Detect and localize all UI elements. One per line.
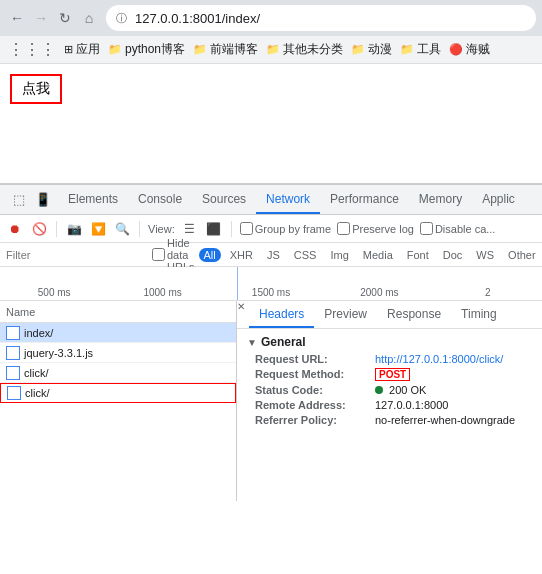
back-button[interactable]: ← <box>6 7 28 29</box>
bookmark-tools[interactable]: 📁 工具 <box>400 41 441 58</box>
filter-tab-img[interactable]: Img <box>325 248 353 262</box>
timeline: 500 ms 1000 ms 1500 ms 2000 ms 2 <box>0 267 542 301</box>
tab-console[interactable]: Console <box>128 186 192 214</box>
camera-button[interactable]: 📷 <box>65 220 83 238</box>
filter-tab-css[interactable]: CSS <box>289 248 322 262</box>
filter-tab-other[interactable]: Other <box>503 248 541 262</box>
filter-tab-media[interactable]: Media <box>358 248 398 262</box>
network-toolbar: ⏺ 🚫 📷 🔽 🔍 View: ☰ ⬛ Group by frame Prese… <box>0 215 542 243</box>
toolbar-sep-2 <box>139 221 140 237</box>
timeline-label-1000: 1000 ms <box>108 287 216 298</box>
list-view-button[interactable]: ☰ <box>181 220 199 238</box>
tab-performance[interactable]: Performance <box>320 186 409 214</box>
reload-button[interactable]: ↻ <box>54 7 76 29</box>
bookmark-frontend[interactable]: 📁 前端博客 <box>193 41 258 58</box>
lock-icon: ⓘ <box>116 11 127 26</box>
detail-row-url: Request URL: http://127.0.0.1:8000/click… <box>247 353 532 365</box>
detail-value-status: 200 OK <box>375 384 426 396</box>
detail-tab-headers[interactable]: Headers <box>249 301 314 328</box>
detail-content: ▼ General Request URL: http://127.0.0.1:… <box>237 329 542 501</box>
toolbar-sep-3 <box>231 221 232 237</box>
timeline-labels: 500 ms 1000 ms 1500 ms 2000 ms 2 <box>0 285 542 300</box>
filter-tab-font[interactable]: Font <box>402 248 434 262</box>
tab-memory[interactable]: Memory <box>409 186 472 214</box>
device-toolbar-button[interactable]: 📱 <box>32 189 54 211</box>
network-item-icon-jquery <box>6 346 20 360</box>
nav-buttons: ← → ↻ ⌂ <box>6 7 100 29</box>
network-item-index[interactable]: index/ <box>0 323 236 343</box>
disable-cache-checkbox[interactable]: Disable ca... <box>420 222 496 235</box>
filter-tab-doc[interactable]: Doc <box>438 248 468 262</box>
detail-close-button[interactable]: ✕ <box>237 301 245 328</box>
detail-section-title: ▼ General <box>247 335 532 349</box>
network-list-header: Name <box>0 301 236 323</box>
detail-tab-timing[interactable]: Timing <box>451 301 507 328</box>
detail-row-remote: Remote Address: 127.0.0.1:8000 <box>247 399 532 411</box>
detail-key-status: Status Code: <box>255 384 375 396</box>
network-item-icon-index <box>6 326 20 340</box>
devtools-side-icons: ⬚ 📱 <box>4 189 58 211</box>
record-button[interactable]: ⏺ <box>6 220 24 238</box>
network-item-icon-click1 <box>6 366 20 380</box>
filter-button[interactable]: 🔽 <box>89 220 107 238</box>
filter-tab-all[interactable]: All <box>199 248 221 262</box>
home-button[interactable]: ⌂ <box>78 7 100 29</box>
click-me-button[interactable]: 点我 <box>10 74 62 104</box>
view-label: View: <box>148 223 175 235</box>
bookmark-other[interactable]: 📁 其他未分类 <box>266 41 343 58</box>
bookmarks-bar: ⋮⋮⋮ ⊞ 应用 📁 python博客 📁 前端博客 📁 其他未分类 📁 动漫 … <box>0 36 542 64</box>
detail-row-referrer: Referrer Policy: no-referrer-when-downgr… <box>247 414 532 426</box>
detail-value-referrer: no-referrer-when-downgrade <box>375 414 515 426</box>
network-item-icon-click2 <box>7 386 21 400</box>
forward-button[interactable]: → <box>30 7 52 29</box>
detail-tabs: ✕ Headers Preview Response Timing <box>237 301 542 329</box>
main-panel: Name index/ jquery-3.3.1.js click/ click… <box>0 301 542 501</box>
large-rows-button[interactable]: ⬛ <box>205 220 223 238</box>
clear-button[interactable]: 🚫 <box>30 220 48 238</box>
filter-bar: Hide data URLs All XHR JS CSS Img Media … <box>0 243 542 267</box>
group-by-frame-checkbox[interactable]: Group by frame <box>240 222 331 235</box>
detail-key-referrer: Referrer Policy: <box>255 414 375 426</box>
tab-network[interactable]: Network <box>256 186 320 214</box>
search-button[interactable]: 🔍 <box>113 220 131 238</box>
network-item-click1[interactable]: click/ <box>0 363 236 383</box>
url-text: 127.0.0.1:8001/index/ <box>135 11 260 26</box>
filter-tab-js[interactable]: JS <box>262 248 285 262</box>
detail-value-url: http://127.0.0.1:8000/click/ <box>375 353 503 365</box>
method-badge: POST <box>375 368 410 381</box>
filter-input[interactable] <box>6 249 144 261</box>
detail-tab-preview[interactable]: Preview <box>314 301 377 328</box>
network-item-click2[interactable]: click/ <box>0 383 236 403</box>
network-list: Name index/ jquery-3.3.1.js click/ click… <box>0 301 237 501</box>
filter-tab-ws[interactable]: WS <box>471 248 499 262</box>
detail-row-status: Status Code: 200 OK <box>247 384 532 396</box>
apps-icon[interactable]: ⋮⋮⋮ <box>8 40 56 59</box>
tab-sources[interactable]: Sources <box>192 186 256 214</box>
detail-value-remote: 127.0.0.1:8000 <box>375 399 448 411</box>
inspect-element-button[interactable]: ⬚ <box>8 189 30 211</box>
detail-key-method: Request Method: <box>255 368 375 380</box>
filter-tab-xhr[interactable]: XHR <box>225 248 258 262</box>
tab-elements[interactable]: Elements <box>58 186 128 214</box>
status-dot <box>375 386 383 394</box>
tab-application[interactable]: Applic <box>472 186 525 214</box>
timeline-divider <box>237 267 238 300</box>
toolbar-sep-1 <box>56 221 57 237</box>
network-item-jquery[interactable]: jquery-3.3.1.js <box>0 343 236 363</box>
bookmark-pirate[interactable]: 🔴 海贼 <box>449 41 490 58</box>
bookmark-apps[interactable]: ⊞ 应用 <box>64 41 100 58</box>
detail-key-remote: Remote Address: <box>255 399 375 411</box>
address-bar[interactable]: ⓘ 127.0.0.1:8001/index/ <box>106 5 536 31</box>
detail-panel: ✕ Headers Preview Response Timing ▼ Gene… <box>237 301 542 501</box>
preserve-log-checkbox[interactable]: Preserve log <box>337 222 414 235</box>
network-list-col-name: Name <box>6 306 230 318</box>
bookmark-python[interactable]: 📁 python博客 <box>108 41 185 58</box>
detail-row-method: Request Method: POST <box>247 368 532 381</box>
timeline-label-2500: 2 <box>434 287 542 298</box>
detail-tab-response[interactable]: Response <box>377 301 451 328</box>
timeline-label-2000: 2000 ms <box>325 287 433 298</box>
bookmark-anime[interactable]: 📁 动漫 <box>351 41 392 58</box>
detail-key-url: Request URL: <box>255 353 375 365</box>
devtools: ⬚ 📱 Elements Console Sources Network Per… <box>0 184 542 501</box>
page-content: 点我 <box>0 64 542 184</box>
